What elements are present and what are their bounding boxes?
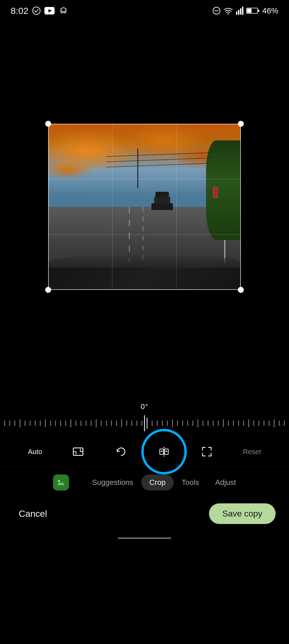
auto-tool-button[interactable]: Auto bbox=[24, 445, 47, 459]
svg-rect-13 bbox=[240, 8, 241, 15]
canvas-area bbox=[0, 19, 289, 394]
cancel-button[interactable]: Cancel bbox=[13, 504, 52, 523]
photo bbox=[48, 124, 241, 290]
tab-tools[interactable]: Tools bbox=[174, 474, 207, 491]
signal-icon bbox=[236, 7, 244, 15]
distant-car bbox=[154, 197, 170, 210]
flip-vertical-button[interactable] bbox=[153, 442, 175, 461]
incognito-icon bbox=[58, 7, 69, 15]
svg-rect-16 bbox=[258, 10, 259, 12]
crop-container[interactable] bbox=[48, 124, 241, 290]
svg-point-6 bbox=[61, 12, 63, 13]
tab-photos-icon[interactable] bbox=[45, 471, 81, 494]
svg-point-0 bbox=[33, 7, 40, 14]
road-sign bbox=[213, 187, 218, 198]
rotation-area: 0° bbox=[0, 394, 289, 437]
tab-suggestions[interactable]: Suggestions bbox=[84, 474, 141, 491]
svg-rect-12 bbox=[238, 10, 239, 15]
battery-percent: 46% bbox=[262, 6, 278, 15]
aspect-ratio-button[interactable] bbox=[67, 442, 89, 461]
status-time: 8:02 bbox=[11, 6, 28, 16]
rotate-icon bbox=[114, 445, 128, 459]
check-circle-icon bbox=[32, 6, 41, 15]
crop-handle-top-left[interactable] bbox=[45, 121, 51, 127]
dashboard bbox=[48, 253, 241, 290]
tools-row-wrapper: Auto bbox=[0, 437, 289, 467]
reset-button[interactable]: Reset bbox=[239, 445, 265, 459]
svg-point-27 bbox=[58, 480, 60, 482]
rotate-button[interactable] bbox=[110, 442, 132, 461]
svg-rect-26 bbox=[56, 478, 66, 487]
tools-row: Auto bbox=[0, 437, 289, 467]
photos-app-icon bbox=[53, 474, 69, 491]
rotation-ruler[interactable] bbox=[0, 415, 289, 431]
free-transform-button[interactable] bbox=[196, 442, 218, 461]
svg-rect-11 bbox=[236, 12, 237, 15]
aspect-ratio-icon bbox=[71, 445, 85, 459]
action-bar: Cancel Save copy bbox=[0, 498, 289, 535]
crop-handle-top-right[interactable] bbox=[238, 121, 244, 127]
crop-handle-bottom-right[interactable] bbox=[238, 287, 244, 293]
tab-crop-label: Crop bbox=[149, 478, 166, 487]
status-bar: 8:02 bbox=[0, 0, 289, 19]
tab-adjust-label: Adjust bbox=[215, 478, 236, 487]
do-not-disturb-icon bbox=[212, 7, 220, 15]
tab-suggestions-label: Suggestions bbox=[92, 478, 133, 487]
trees-right bbox=[206, 140, 241, 240]
status-right: 46% bbox=[212, 6, 278, 15]
status-left: 8:02 bbox=[11, 6, 69, 16]
tab-adjust[interactable]: Adjust bbox=[207, 474, 244, 491]
save-copy-button[interactable]: Save copy bbox=[209, 503, 276, 524]
reset-tool-label: Reset bbox=[243, 448, 261, 456]
bottom-tabs: Suggestions Crop Tools Adjust bbox=[0, 467, 289, 498]
tab-tools-label: Tools bbox=[182, 478, 199, 487]
svg-rect-14 bbox=[242, 7, 243, 15]
flip-vertical-icon bbox=[157, 445, 171, 459]
svg-point-10 bbox=[227, 13, 229, 15]
wifi-icon bbox=[223, 7, 233, 14]
svg-point-7 bbox=[64, 12, 66, 13]
rotation-degree: 0° bbox=[0, 402, 289, 411]
svg-rect-17 bbox=[247, 9, 252, 13]
crop-handle-bottom-left[interactable] bbox=[45, 287, 51, 293]
auto-tool-label: Auto bbox=[28, 448, 42, 456]
free-transform-icon bbox=[200, 445, 214, 459]
tab-crop[interactable]: Crop bbox=[141, 474, 174, 491]
battery-icon bbox=[246, 7, 260, 14]
ruler-center-line bbox=[144, 415, 145, 431]
home-indicator bbox=[118, 537, 171, 539]
youtube-icon bbox=[44, 7, 55, 14]
